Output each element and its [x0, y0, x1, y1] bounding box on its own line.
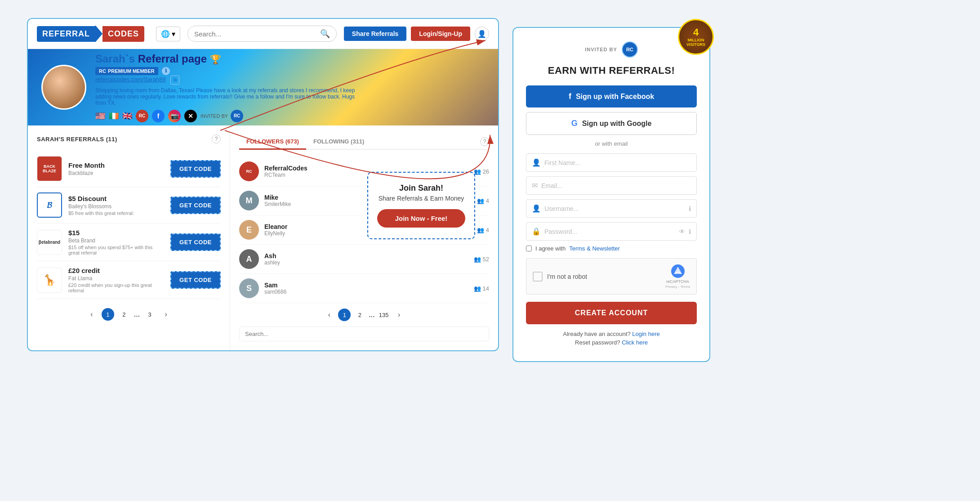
trophy-icon: 🏆: [210, 54, 221, 64]
followers-prev-button[interactable]: ‹: [323, 309, 335, 321]
agree-text: I agree with: [535, 245, 566, 252]
facebook-icon: f: [569, 92, 571, 101]
page-button-3[interactable]: 3: [143, 308, 156, 321]
create-account-button[interactable]: CREATE ACCOUNT: [526, 302, 697, 324]
first-name-input[interactable]: [544, 159, 691, 166]
email-icon: ✉: [532, 181, 538, 190]
referral-title: Free Month: [68, 161, 164, 169]
info-icon[interactable]: ℹ: [162, 67, 170, 75]
eye-icon[interactable]: 👁: [679, 228, 685, 235]
followers-search-input[interactable]: [239, 327, 489, 341]
referrals-help-icon[interactable]: ?: [212, 134, 221, 143]
people-icon: 👥: [477, 197, 484, 204]
search-button[interactable]: 🔍: [320, 29, 330, 39]
prev-page-button[interactable]: ‹: [85, 308, 98, 321]
rc-icon: RC: [99, 68, 106, 74]
logo-referral: REFERRAL: [37, 26, 95, 42]
followers-page-135[interactable]: 135: [378, 309, 390, 321]
page-button-1[interactable]: 1: [102, 308, 114, 321]
referral-title: $15: [68, 229, 164, 237]
social-x-button[interactable]: ✕: [184, 110, 197, 122]
agree-row: I agree with Terms & Newsletter: [526, 245, 697, 252]
reset-text: Reset password?: [575, 339, 620, 346]
follower-count: 👥 4: [477, 227, 489, 233]
profile-banner: Sarah`s Referral page 🏆 RC PREMIUM MEMBE…: [28, 49, 498, 125]
recaptcha-logo: reCAPTCHA Privacy - Terms: [665, 264, 690, 289]
follower-name: ReferralCodes: [264, 165, 468, 172]
search-input[interactable]: [194, 30, 320, 38]
reset-password-row: Reset password? Click here: [526, 339, 697, 346]
password-info-icon[interactable]: ℹ: [689, 228, 691, 235]
user-icon[interactable]: 👤: [475, 27, 489, 41]
people-icon: 👥: [474, 168, 481, 175]
page-button-2[interactable]: 2: [118, 308, 130, 321]
profile-url-link[interactable]: referralcodes.com/Sarah89: [95, 76, 166, 83]
follower-item: A Ash ashley 👥 52: [239, 245, 489, 274]
follower-info: Sam sam0686: [264, 282, 468, 295]
email-input[interactable]: [541, 182, 691, 189]
or-email-label: or with email: [526, 140, 697, 147]
login-signup-button[interactable]: Login/Sign-Up: [411, 27, 470, 41]
get-code-button-3[interactable]: GET CODE: [170, 271, 221, 289]
join-now-button[interactable]: Join Now - Free!: [377, 209, 465, 228]
social-rc-button[interactable]: RC: [136, 110, 148, 122]
profile-socials: 🇺🇸 🇮🇪 🇬🇧 RC f 📷 ✕ INVITED BY RC: [95, 110, 485, 122]
referral-info: £20 credit Fat Llama £20 credit when you…: [68, 267, 164, 293]
profile-url[interactable]: referralcodes.com/Sarah89 ⧉: [95, 75, 485, 85]
follower-count-value: 4: [486, 227, 489, 233]
person-icon: 👤: [532, 158, 541, 167]
followers-tabs: FOLLOWERS (673) FOLLOWING (311) ?: [239, 134, 489, 150]
get-code-button-1[interactable]: GET CODE: [170, 197, 221, 214]
captcha-checkbox[interactable]: [533, 272, 543, 282]
social-facebook-button[interactable]: f: [152, 110, 165, 122]
invited-by-top: INVITED BY RC: [526, 41, 697, 58]
follower-count: 👥 4: [477, 197, 489, 204]
get-code-button-0[interactable]: GET CODE: [170, 160, 221, 178]
click-here-link[interactable]: Click here: [622, 339, 648, 346]
next-page-button[interactable]: ›: [160, 308, 172, 321]
tab-followers[interactable]: FOLLOWERS (673): [239, 134, 306, 150]
social-instagram-button[interactable]: 📷: [168, 110, 181, 122]
referral-item: 𝓑 $5 Discount Bailey's Blossoms $5 free …: [37, 187, 221, 224]
referral-info: Free Month Backblaze: [68, 161, 164, 176]
referral-title: £20 credit: [68, 267, 164, 274]
profile-bio: Shopping loving mom from Dallas, Texas! …: [95, 87, 365, 106]
followers-help-icon[interactable]: ?: [480, 137, 489, 146]
username-input[interactable]: [544, 205, 685, 212]
logo[interactable]: REFERRAL CODES: [37, 25, 144, 42]
referrals-section-header: SARAH'S REFERRALS (11) ?: [37, 134, 221, 143]
globe-button[interactable]: 🌐 ▾: [156, 27, 180, 41]
copy-icon[interactable]: ⧉: [170, 76, 179, 85]
terms-link[interactable]: Terms & Newsletter: [569, 245, 620, 252]
flag-us: 🇺🇸: [95, 111, 105, 121]
username-info-icon[interactable]: ℹ: [689, 205, 691, 212]
signup-google-button[interactable]: G Sign up with Google: [526, 112, 697, 135]
referral-item: βetabrand $15 Beta Brand $15 off when yo…: [37, 224, 221, 261]
tab-following[interactable]: FOLLOWING (311): [306, 134, 371, 150]
get-code-button-2[interactable]: GET CODE: [170, 233, 221, 251]
captcha-left: I'm not a robot: [533, 272, 587, 282]
brand-logo-betabrand: βetabrand: [37, 230, 62, 255]
followers-page-1[interactable]: 1: [338, 309, 351, 321]
profile-info: Sarah`s Referral page 🏆 RC PREMIUM MEMBE…: [95, 53, 485, 122]
followers-next-button[interactable]: ›: [393, 309, 405, 321]
million-number: 4: [693, 27, 699, 38]
share-referrals-button[interactable]: Share Referrals: [344, 27, 407, 41]
followers-page-2[interactable]: 2: [353, 309, 366, 321]
have-account-row: Already have an account? Login here: [526, 331, 697, 337]
header-actions: Share Referrals Login/Sign-Up 👤: [344, 27, 489, 41]
join-sarah-box: Join Sarah! Share Referrals & Earn Money…: [367, 172, 475, 239]
follower-count-value: 52: [483, 256, 489, 263]
signup-facebook-button[interactable]: f Sign up with Facebook: [526, 85, 697, 107]
recaptcha-links: Privacy - Terms: [665, 285, 690, 289]
login-link[interactable]: Login here: [632, 331, 659, 337]
agree-checkbox[interactable]: [526, 246, 532, 251]
follower-name: Ash: [264, 252, 468, 259]
invited-by-banner: INVITED BY RC: [200, 110, 243, 122]
referrals-column: SARAH'S REFERRALS (11) ? BACKBLAZE Free …: [28, 125, 230, 350]
people-icon: 👥: [477, 227, 484, 233]
follower-count-value: 14: [483, 285, 489, 292]
captcha-box: I'm not a robot reCAPTCHA Privacy - Term…: [526, 258, 697, 295]
password-input[interactable]: [544, 228, 675, 235]
profile-badges: RC PREMIUM MEMBER ℹ: [95, 67, 485, 75]
